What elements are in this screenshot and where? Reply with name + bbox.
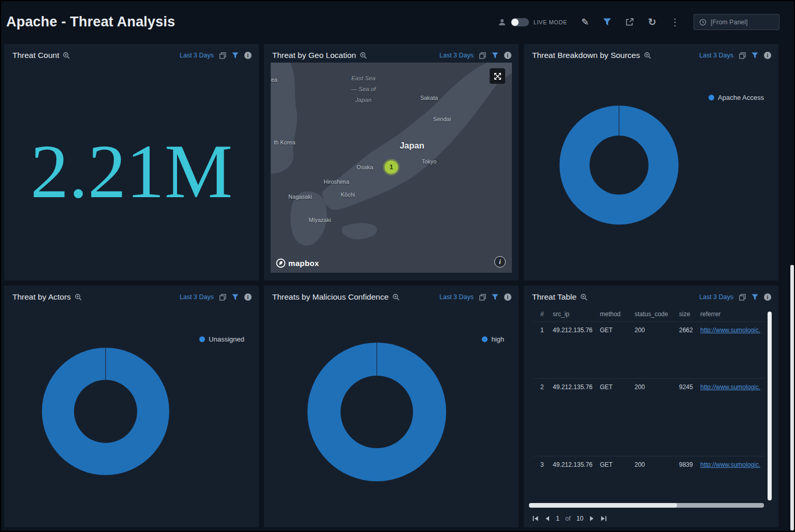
filter-icon[interactable] (752, 52, 758, 58)
first-page-icon[interactable] (532, 515, 539, 522)
zoom-in-icon[interactable] (392, 293, 400, 301)
panel-time-range[interactable]: Last 3 Days (439, 293, 474, 301)
cell-status-code: 200 (635, 379, 679, 391)
panel-title: Threat by Actors (12, 292, 71, 302)
panel-title: Threat Table (532, 292, 577, 302)
panel-time-range[interactable]: Last 3 Days (180, 293, 214, 301)
info-icon[interactable]: i (504, 52, 511, 59)
toggle-knob (511, 19, 519, 26)
share-icon[interactable] (625, 18, 634, 26)
threat-count-value: 2.21M (4, 62, 259, 280)
mapbox-logo[interactable]: mapbox (276, 258, 319, 268)
zoom-in-icon[interactable] (75, 293, 82, 301)
copy-icon[interactable] (739, 52, 746, 59)
cell-referrer-link[interactable]: http://www.sumologic. (700, 322, 764, 334)
filter-icon[interactable] (492, 52, 498, 58)
legend-dot (482, 336, 488, 342)
cell-num: 3 (540, 456, 553, 468)
mapbox-icon (276, 258, 286, 268)
info-icon[interactable]: i (764, 293, 771, 301)
table-row[interactable]: 2 49.212.135.76 GET 200 9245 http://www.… (534, 379, 764, 456)
map-cluster-marker[interactable]: 1 (385, 160, 398, 174)
panel-threat-sources: Threat Breakdown by Sources Last 3 Days … (524, 44, 778, 280)
panel-time-range[interactable]: Last 3 Days (699, 293, 733, 301)
map-label-miyazaki: Miyazaki (309, 217, 331, 223)
legend-label: Unassigned (209, 335, 244, 343)
panel-threat-count: Threat Count Last 3 Days i 2.21M (4, 44, 259, 280)
expand-icon[interactable] (490, 68, 505, 84)
prev-page-icon[interactable] (544, 515, 550, 522)
zoom-in-icon[interactable] (580, 293, 587, 301)
donut-seam (619, 106, 620, 136)
copy-icon[interactable] (479, 52, 486, 59)
table-row[interactable]: 3 49.212.135.76 GET 200 9839 http://www.… (534, 456, 764, 496)
filter-icon[interactable] (752, 294, 758, 300)
table-pagination: 1 of 10 (532, 515, 607, 522)
filter-icon[interactable] (492, 294, 498, 300)
live-mode-toggle[interactable] (511, 18, 529, 26)
info-icon[interactable]: i (504, 293, 511, 301)
col-header-size[interactable]: size (679, 311, 700, 318)
info-icon[interactable]: i (244, 52, 252, 59)
filter-icon[interactable] (603, 18, 611, 26)
col-header-method[interactable]: method (600, 311, 635, 318)
donut-chart[interactable] (42, 348, 169, 475)
copy-icon[interactable] (479, 294, 486, 301)
copy-icon[interactable] (219, 294, 226, 301)
map-canvas[interactable]: East Sea — Sea of Japan rea th Korea Sak… (271, 63, 512, 273)
map-label-tokyo: Tokyo (422, 158, 437, 165)
map-attribution-info-icon[interactable]: i (494, 256, 506, 268)
donut-chart[interactable] (560, 106, 679, 225)
donut-seam (376, 343, 377, 376)
dashboard-grid: Threat Count Last 3 Days i 2.21M Thre (4, 44, 778, 527)
page-scrollbar[interactable] (790, 265, 794, 530)
refresh-icon[interactable]: ↻ (648, 17, 656, 27)
zoom-in-icon[interactable] (360, 52, 367, 59)
cell-referrer-link[interactable]: http://www.sumologic. (700, 379, 764, 391)
donut-hole (341, 376, 413, 448)
map-label-kochi: Kōchi (341, 191, 355, 198)
zoom-in-icon[interactable] (63, 52, 70, 59)
current-page[interactable]: 1 (556, 515, 560, 522)
map-label-sendai: Sendai (433, 116, 451, 122)
cell-referrer-link[interactable]: http://www.sumologic. (700, 456, 764, 468)
cell-status-code: 200 (635, 322, 679, 334)
filter-icon[interactable] (232, 294, 239, 300)
info-icon[interactable]: i (244, 293, 252, 301)
table-vertical-scrollbar[interactable] (768, 312, 772, 500)
cell-src-ip: 49.212.135.76 (553, 379, 600, 391)
last-page-icon[interactable] (600, 515, 607, 522)
copy-icon[interactable] (739, 294, 746, 301)
table-horizontal-scrollbar[interactable] (529, 503, 764, 508)
col-header-status-code[interactable]: status_code (635, 311, 679, 318)
table-row[interactable]: 1 49.212.135.76 GET 200 2662 http://www.… (534, 322, 764, 379)
info-icon[interactable]: i (764, 52, 771, 59)
clock-icon (699, 19, 706, 26)
copy-icon[interactable] (219, 52, 226, 59)
chart-legend[interactable]: Unassigned (199, 335, 244, 343)
map-label-japan: Japan (400, 141, 424, 151)
panel-time-range[interactable]: Last 3 Days (439, 52, 474, 59)
chart-legend[interactable]: Apache Access (709, 94, 764, 101)
next-page-icon[interactable] (589, 515, 595, 522)
zoom-in-icon[interactable] (644, 52, 651, 59)
col-header-src-ip[interactable]: src_ip (553, 311, 600, 318)
edit-icon[interactable]: ✎ (581, 18, 589, 27)
time-range-input[interactable]: [From Panel] (694, 14, 779, 30)
scrollbar-thumb[interactable] (529, 503, 677, 508)
filter-icon[interactable] (232, 52, 239, 58)
panel-threat-actors: Threat by Actors Last 3 Days i Unassigne… (4, 286, 259, 527)
donut-hole (74, 380, 137, 443)
panel-time-range[interactable]: Last 3 Days (699, 52, 733, 59)
chart-legend[interactable]: high (482, 335, 504, 343)
cell-num: 1 (540, 322, 553, 334)
legend-label: Apache Access (718, 94, 764, 101)
topbar-actions: LIVE MODE ✎ ↻ ⋮ [From Panel] (498, 14, 779, 30)
panel-header: Threat Count Last 3 Days i (4, 44, 259, 62)
panel-time-range[interactable]: Last 3 Days (180, 52, 214, 59)
donut-chart[interactable] (307, 343, 446, 481)
donut-seam (105, 348, 106, 380)
col-header-num[interactable]: # (540, 311, 553, 318)
kebab-menu-icon[interactable]: ⋮ (670, 18, 680, 27)
col-header-referrer[interactable]: referrer (700, 311, 764, 318)
